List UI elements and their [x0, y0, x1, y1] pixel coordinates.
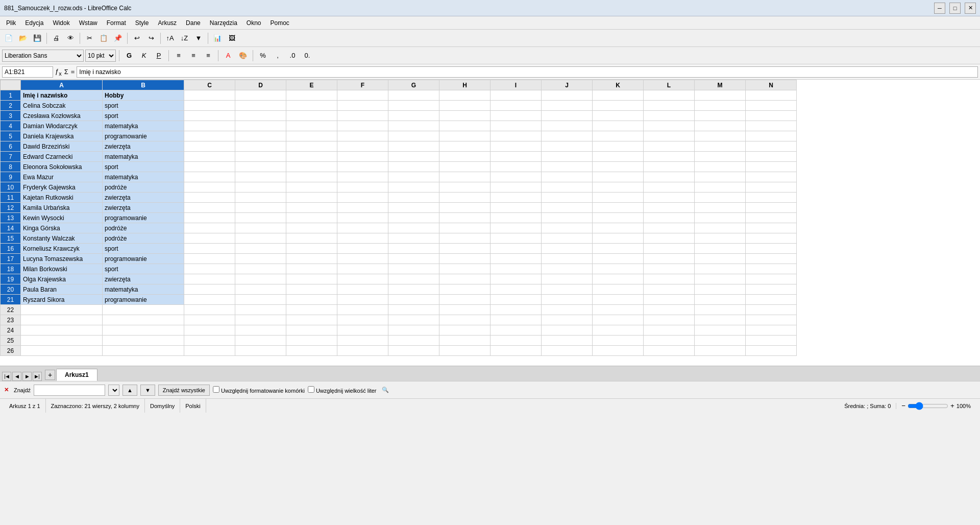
row-number-3[interactable]: 3	[1, 111, 21, 121]
cell-B16[interactable]: sport	[103, 244, 184, 254]
maximize-button[interactable]: □	[949, 3, 961, 14]
cell-G14[interactable]	[388, 223, 439, 233]
decimal-increase-button[interactable]: .0	[286, 49, 299, 62]
col-header-L[interactable]: L	[644, 80, 695, 90]
cell-K5[interactable]	[593, 131, 644, 141]
cell-B23[interactable]	[103, 315, 184, 325]
cell-F22[interactable]	[337, 305, 388, 315]
cell-I10[interactable]	[491, 182, 542, 193]
cell-D4[interactable]	[235, 121, 286, 131]
cell-E24[interactable]	[286, 325, 337, 336]
cell-M11[interactable]	[695, 193, 746, 203]
cell-B25[interactable]	[103, 336, 184, 346]
cell-D1[interactable]	[235, 90, 286, 101]
cell-B18[interactable]: sport	[103, 264, 184, 274]
cell-F19[interactable]	[337, 274, 388, 284]
cell-E7[interactable]	[286, 152, 337, 162]
cell-B1[interactable]: Hobby	[103, 90, 184, 101]
function-wizard-icon[interactable]: ƒx	[55, 67, 62, 77]
col-header-G[interactable]: G	[388, 80, 439, 90]
cell-N19[interactable]	[746, 274, 797, 284]
cell-E3[interactable]	[286, 111, 337, 121]
menu-item-dane[interactable]: Dane	[182, 18, 205, 28]
cell-F20[interactable]	[337, 284, 388, 295]
cell-J7[interactable]	[542, 152, 593, 162]
undo-button[interactable]: ↩	[130, 32, 143, 45]
cell-E6[interactable]	[286, 141, 337, 152]
cell-H19[interactable]	[439, 274, 491, 284]
cell-M4[interactable]	[695, 121, 746, 131]
cell-F10[interactable]	[337, 182, 388, 193]
col-header-D[interactable]: D	[235, 80, 286, 90]
cell-E26[interactable]	[286, 346, 337, 356]
cell-A22[interactable]	[21, 305, 103, 315]
copy-button[interactable]: 📋	[97, 32, 110, 45]
cell-J4[interactable]	[542, 121, 593, 131]
cell-I24[interactable]	[491, 325, 542, 336]
cell-N25[interactable]	[746, 336, 797, 346]
cell-A3[interactable]: Czesława Kozłowska	[21, 111, 103, 121]
cell-L4[interactable]	[644, 121, 695, 131]
cell-B5[interactable]: programowanie	[103, 131, 184, 141]
cell-I5[interactable]	[491, 131, 542, 141]
paste-button[interactable]: 📌	[111, 32, 125, 45]
cell-E19[interactable]	[286, 274, 337, 284]
cell-F16[interactable]	[337, 244, 388, 254]
cell-A23[interactable]	[21, 315, 103, 325]
cell-C19[interactable]	[184, 274, 235, 284]
cell-B19[interactable]: zwierzęta	[103, 274, 184, 284]
cell-B15[interactable]: podróże	[103, 233, 184, 244]
col-header-B[interactable]: B	[103, 80, 184, 90]
cell-F26[interactable]	[337, 346, 388, 356]
cell-F5[interactable]	[337, 131, 388, 141]
cell-E8[interactable]	[286, 162, 337, 172]
cell-I14[interactable]	[491, 223, 542, 233]
row-number-19[interactable]: 19	[1, 274, 21, 284]
cell-M19[interactable]	[695, 274, 746, 284]
cell-G22[interactable]	[388, 305, 439, 315]
cell-K3[interactable]	[593, 111, 644, 121]
sort-desc-button[interactable]: ↓Z	[178, 32, 191, 45]
col-header-N[interactable]: N	[746, 80, 797, 90]
sort-asc-button[interactable]: ↑A	[163, 32, 177, 45]
align-center-button[interactable]: ≡	[187, 49, 200, 62]
cell-K18[interactable]	[593, 264, 644, 274]
cell-N21[interactable]	[746, 295, 797, 305]
cell-M7[interactable]	[695, 152, 746, 162]
cell-G21[interactable]	[388, 295, 439, 305]
cell-L1[interactable]	[644, 90, 695, 101]
cell-N13[interactable]	[746, 213, 797, 223]
cell-L19[interactable]	[644, 274, 695, 284]
row-number-2[interactable]: 2	[1, 101, 21, 111]
cell-G1[interactable]	[388, 90, 439, 101]
preview-button[interactable]: 👁	[64, 32, 77, 45]
tab-next-button[interactable]: ▶	[22, 372, 32, 381]
cell-L3[interactable]	[644, 111, 695, 121]
row-number-5[interactable]: 5	[1, 131, 21, 141]
cell-E11[interactable]	[286, 193, 337, 203]
cell-H15[interactable]	[439, 233, 491, 244]
bg-color-button[interactable]: 🎨	[236, 49, 250, 62]
cell-E15[interactable]	[286, 233, 337, 244]
cell-E2[interactable]	[286, 101, 337, 111]
cell-D15[interactable]	[235, 233, 286, 244]
cell-F14[interactable]	[337, 223, 388, 233]
minimize-button[interactable]: ─	[934, 3, 945, 14]
zoom-out-button[interactable]: −	[901, 402, 905, 410]
cell-M13[interactable]	[695, 213, 746, 223]
col-header-J[interactable]: J	[542, 80, 593, 90]
cell-N4[interactable]	[746, 121, 797, 131]
cell-G6[interactable]	[388, 141, 439, 152]
cell-C7[interactable]	[184, 152, 235, 162]
cell-C15[interactable]	[184, 233, 235, 244]
cell-I7[interactable]	[491, 152, 542, 162]
cell-C11[interactable]	[184, 193, 235, 203]
cell-K17[interactable]	[593, 254, 644, 264]
cell-F25[interactable]	[337, 336, 388, 346]
cell-L17[interactable]	[644, 254, 695, 264]
cell-K26[interactable]	[593, 346, 644, 356]
row-number-12[interactable]: 12	[1, 203, 21, 213]
cell-D21[interactable]	[235, 295, 286, 305]
cell-B20[interactable]: matematyka	[103, 284, 184, 295]
menu-item-narzędzia[interactable]: Narzędzia	[206, 18, 241, 28]
